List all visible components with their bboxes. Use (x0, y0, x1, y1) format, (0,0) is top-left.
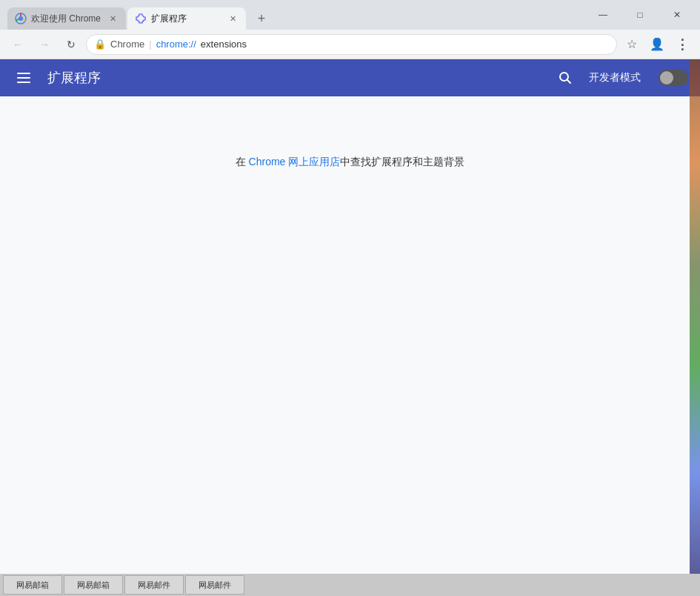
forward-button[interactable]: → (33, 33, 56, 56)
toggle-knob (660, 71, 673, 85)
tab-welcome-close[interactable]: ✕ (107, 13, 119, 24)
back-button[interactable]: ← (6, 33, 30, 56)
chrome-webstore-link[interactable]: Chrome 网上应用店 (249, 156, 341, 168)
tab-welcome[interactable]: 欢迎使用 Chrome ✕ (7, 7, 126, 30)
chrome-icon (15, 13, 27, 24)
svg-rect-4 (17, 82, 30, 83)
hamburger-menu-icon[interactable] (12, 66, 36, 90)
tab-strip: 欢迎使用 Chrome ✕ 扩展程序 ✕ + (0, 0, 580, 30)
toolbar-right: ☆ 👤 ⋮ (620, 33, 694, 56)
taskbar: 网易邮箱 网易邮箱 网易邮件 网易邮件 (0, 574, 700, 596)
puzzle-icon (135, 13, 147, 24)
minimize-button[interactable]: — (586, 0, 620, 30)
taskbar-item[interactable]: 网易邮箱 (3, 575, 62, 595)
taskbar-item[interactable]: 网易邮件 (124, 575, 184, 595)
taskbar-item[interactable]: 网易邮箱 (64, 575, 123, 595)
svg-line-6 (567, 80, 571, 84)
new-tab-button[interactable]: + (250, 7, 273, 30)
svg-point-1 (19, 16, 23, 21)
url-rest: extensions (201, 39, 247, 50)
taskbar-item[interactable]: 网易邮件 (185, 575, 244, 595)
dev-mode-label: 开发者模式 (589, 71, 641, 85)
address-bar[interactable]: 🔒 Chrome | chrome://extensions (86, 34, 617, 55)
separator: | (149, 39, 151, 50)
omnibar: ← → ↻ 🔒 Chrome | chrome://extensions ☆ 👤… (0, 30, 700, 59)
secure-icon: 🔒 (94, 39, 106, 50)
search-button[interactable] (553, 66, 577, 90)
reload-button[interactable]: ↻ (59, 33, 83, 56)
window-controls: — □ ✕ (580, 0, 700, 30)
store-text-before: 在 (236, 156, 249, 168)
account-button[interactable]: 👤 (645, 33, 669, 56)
extensions-page-title: 扩展程序 (47, 69, 541, 87)
maximize-button[interactable]: □ (623, 0, 657, 30)
bookmark-button[interactable]: ☆ (620, 33, 644, 56)
tab-extensions-label: 扩展程序 (151, 13, 222, 25)
close-button[interactable]: ✕ (660, 0, 694, 30)
tab-extensions-close[interactable]: ✕ (227, 13, 239, 24)
titlebar: 欢迎使用 Chrome ✕ 扩展程序 ✕ + — □ ✕ (0, 0, 700, 30)
store-link-container: 在 Chrome 网上应用店中查找扩展程序和主题背景 (236, 156, 465, 169)
tab-extensions[interactable]: 扩展程序 ✕ (127, 7, 246, 30)
svg-rect-2 (17, 73, 30, 74)
svg-rect-3 (17, 77, 30, 79)
extensions-header: 扩展程序 开发者模式 (0, 59, 700, 96)
dev-mode-toggle[interactable] (659, 70, 688, 86)
url-blue: chrome:// (156, 39, 196, 50)
store-text-after: 中查找扩展程序和主题背景 (340, 156, 464, 168)
background-strip (690, 59, 700, 574)
tab-welcome-label: 欢迎使用 Chrome (31, 13, 102, 25)
main-content: 在 Chrome 网上应用店中查找扩展程序和主题背景 (0, 96, 700, 574)
site-name: Chrome (110, 39, 144, 50)
menu-button[interactable]: ⋮ (670, 33, 694, 56)
